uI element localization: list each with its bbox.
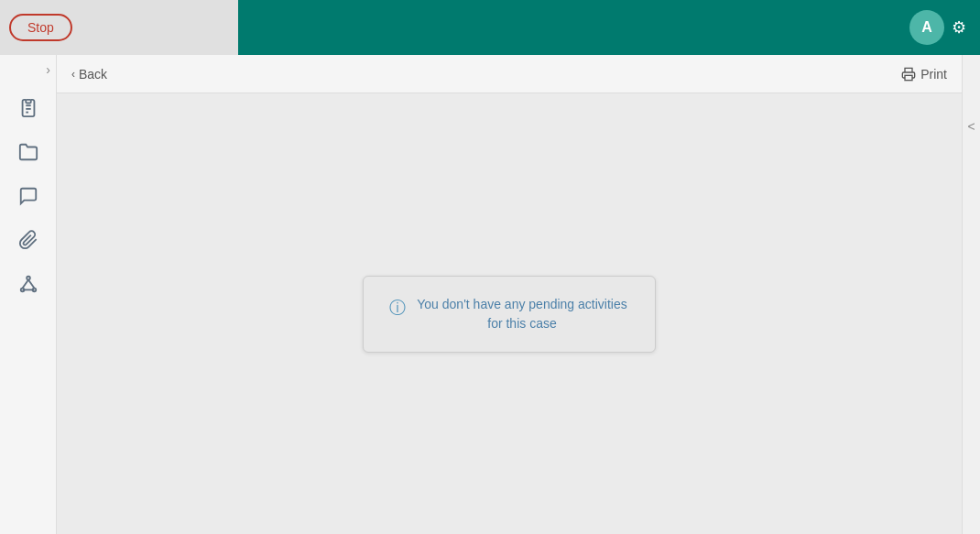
content-area: ‹ Back Print ⓘ You don't have any pendin…	[57, 55, 962, 534]
sidebar-item-network[interactable]	[8, 264, 49, 304]
back-button[interactable]: ‹ Back	[71, 67, 107, 82]
sidebar-collapse-icon[interactable]: ›	[46, 62, 50, 77]
back-chevron-icon: ‹	[71, 68, 75, 81]
print-button[interactable]: Print	[901, 67, 947, 82]
back-label: Back	[79, 67, 107, 82]
info-message-text: You don't have any pending activities fo…	[415, 295, 629, 333]
svg-point-4	[27, 277, 30, 280]
main-area: ›	[0, 55, 980, 534]
sidebar-item-attachment[interactable]	[8, 220, 49, 260]
svg-rect-10	[905, 75, 912, 80]
right-chevron-icon[interactable]: <	[967, 119, 975, 134]
sidebar-chevron-container: ›	[0, 62, 56, 77]
content-body: ⓘ You don't have any pending activities …	[57, 93, 962, 534]
avatar[interactable]: A	[909, 10, 944, 45]
header-right: A ⚙	[909, 10, 980, 45]
header-left: Stop	[0, 14, 238, 41]
print-label: Print	[920, 67, 947, 82]
content-toolbar: ‹ Back Print	[57, 55, 962, 93]
right-panel-toggle[interactable]: <	[962, 55, 980, 534]
svg-rect-0	[26, 100, 31, 104]
stop-button[interactable]: Stop	[9, 14, 72, 41]
svg-line-7	[22, 279, 27, 288]
sidebar-item-chat[interactable]	[8, 176, 49, 216]
info-circle-icon: ⓘ	[389, 297, 406, 319]
sidebar: ›	[0, 55, 57, 534]
header: Stop A ⚙	[0, 0, 980, 55]
info-message-box: ⓘ You don't have any pending activities …	[363, 276, 656, 353]
sidebar-item-folder[interactable]	[8, 132, 49, 172]
gear-icon[interactable]: ⚙	[952, 17, 966, 38]
sidebar-item-clipboard[interactable]	[8, 88, 49, 128]
print-icon	[901, 67, 916, 82]
svg-line-8	[28, 279, 34, 288]
